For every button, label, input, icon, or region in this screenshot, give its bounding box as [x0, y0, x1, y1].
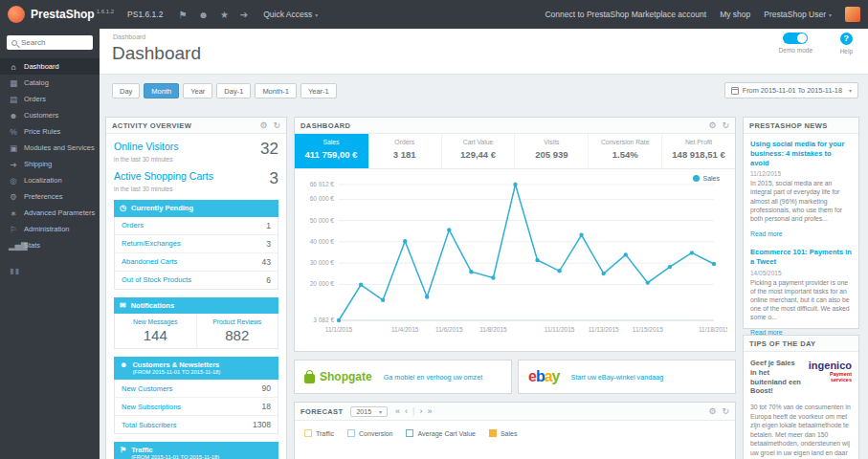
traffic-titles: Traffic(FROM 2015-11-01 TO 2015-11-18)	[131, 446, 219, 459]
refresh-icon[interactable]: ↻	[722, 406, 729, 416]
ebay-promo-link[interactable]: Start uw eBay-winkel vandaag	[571, 373, 664, 382]
kpi-net-profit[interactable]: Net Profit148 918,51 €	[662, 134, 735, 168]
forecast-legend-traffic[interactable]: Traffic	[304, 429, 334, 437]
pending-row-link[interactable]: Return/Exchanges	[122, 239, 181, 248]
news-article-title[interactable]: Using social media for your business: 4 …	[750, 140, 852, 167]
news-article-excerpt: Picking a payment provider is one of the…	[750, 278, 852, 322]
forecast-legend-sales[interactable]: Sales	[489, 429, 518, 437]
range-button-month-1[interactable]: Month-1	[255, 83, 297, 98]
date-range-picker[interactable]: From 2015-11-01 To 2015-11-18 ▾	[724, 82, 858, 98]
sidebar-item-orders[interactable]: ▤Orders	[0, 91, 100, 107]
range-button-day-1[interactable]: Day-1	[216, 83, 251, 98]
customers-row-link[interactable]: New Customers	[122, 384, 172, 393]
news-panel-title: PRESTASHOP NEWS	[749, 121, 828, 130]
sidebar-item-localization[interactable]: ◎Localization	[0, 172, 100, 188]
employee-icon[interactable]: ☻	[198, 10, 209, 20]
next-page-icon[interactable]: ›	[419, 406, 422, 416]
last-page-icon[interactable]: »	[427, 406, 432, 416]
kpi-visits[interactable]: Visits205 939	[515, 134, 589, 168]
shopgate-promo-link[interactable]: Ga mobiel en verhoog uw omzet	[384, 373, 482, 382]
date-range-buttons: Day Month Year Day-1 Month-1 Year-1	[112, 83, 337, 98]
sidebar-item-preferences[interactable]: ⚙Preferences	[0, 188, 100, 205]
forecast-legend-swatch	[304, 429, 312, 437]
kpi-conversion-rate[interactable]: Conversion Rate1.54%	[589, 134, 662, 168]
dashboard-panel-header: DASHBOARD ⚙ ↻	[295, 118, 735, 134]
range-button-year-1[interactable]: Year-1	[300, 83, 337, 98]
ingenico-logo: ingenico Payment services	[808, 359, 852, 396]
range-button-day[interactable]: Day	[112, 83, 140, 98]
demo-mode-toggle[interactable]	[783, 33, 808, 44]
help-button[interactable]: ?	[840, 33, 853, 45]
customers-row-value: 1308	[253, 420, 271, 429]
sidebar-collapse-icon[interactable]: ▮▮	[0, 253, 100, 275]
badge-icon[interactable]: ★	[220, 10, 229, 20]
pending-rows: Orders1 Return/Exchanges3 Abandoned Cart…	[114, 217, 278, 290]
refresh-icon[interactable]: ↻	[722, 120, 729, 130]
refresh-icon[interactable]: ↻	[273, 120, 280, 130]
sidebar-item-catalog[interactable]: ▦Catalog	[0, 75, 100, 91]
sidebar-item-modules[interactable]: ▣Modules and Services	[0, 140, 100, 156]
kpi-orders[interactable]: Orders3 181	[368, 134, 442, 168]
demo-mode-label: Demo mode	[779, 47, 812, 54]
quick-access-menu[interactable]: Quick Access▾	[263, 10, 318, 19]
kpi-sales[interactable]: Sales411 759,00 €	[295, 134, 368, 168]
sidebar-search[interactable]	[7, 35, 93, 50]
product-reviews-link[interactable]: Product Reviews	[199, 318, 277, 325]
forecast-panel-actions: ⚙ ↻	[708, 406, 729, 416]
new-messages-link[interactable]: New Messages	[117, 318, 194, 325]
active-carts-link[interactable]: Active Shopping Carts	[114, 170, 213, 182]
shop-icon[interactable]: ⚑	[178, 10, 187, 20]
gear-icon[interactable]: ⚙	[708, 120, 716, 130]
date-range-text: From 2015-11-01 To 2015-11-18	[743, 86, 842, 95]
tips-panel-title: TIPS OF THE DAY	[749, 339, 815, 348]
pending-row-link[interactable]: Orders	[122, 221, 144, 230]
pending-row-link[interactable]: Abandoned Carts	[122, 257, 177, 266]
shop-name: PS1.6.1.2	[127, 10, 163, 19]
tips-panel-header: TIPS OF THE DAY	[744, 336, 858, 352]
first-page-icon[interactable]: «	[395, 406, 400, 416]
online-visitors-link[interactable]: Online Visitors	[114, 141, 179, 152]
sidebar-item-price-rules[interactable]: %Price Rules	[0, 123, 100, 140]
range-button-month[interactable]: Month	[144, 83, 179, 98]
chart-legend[interactable]: Sales	[693, 175, 720, 182]
customers-newsletters-header: ☻ Customers & Newsletters(FROM 2015-11-0…	[114, 357, 278, 380]
sidebar-item-dashboard[interactable]: ⌂Dashboard	[0, 58, 100, 75]
kpi-label: Net Profit	[662, 139, 735, 145]
sidebar-item-advanced-parameters[interactable]: ∗Advanced Parameters	[0, 205, 100, 221]
forecast-legend-conversion[interactable]: Conversion	[347, 429, 392, 437]
sidebar-item-customers[interactable]: ☻Customers	[0, 107, 100, 123]
training-icon[interactable]: ➔	[240, 10, 248, 20]
forecast-panel: FORECAST 2015▾ « ‹ | › » ⚙ ↻ Traffic Con…	[294, 402, 736, 459]
sidebar-item-shipping[interactable]: ➔Shipping	[0, 156, 100, 172]
sidebar-item-administration[interactable]: ⚐Administration	[0, 221, 100, 237]
marketplace-link[interactable]: Connect to PrestaShop Marketplace accoun…	[545, 10, 706, 19]
forecast-year-select[interactable]: 2015▾	[350, 406, 388, 417]
gear-icon[interactable]: ⚙	[259, 120, 267, 130]
news-body: Using social media for your business: 4 …	[744, 134, 858, 359]
my-shop-link[interactable]: My shop	[720, 10, 750, 19]
breadcrumb[interactable]: Dashboard	[113, 33, 145, 40]
sidebar-item-stats[interactable]: ▂▅▇Stats	[0, 237, 100, 253]
news-article: Using social media for your business: 4 …	[750, 140, 852, 240]
search-input[interactable]	[21, 38, 86, 47]
catalog-icon: ▦	[9, 78, 18, 88]
forecast-legend-average-cart-value[interactable]: Average Cart Value	[406, 429, 475, 437]
forecast-legend-swatch	[489, 429, 497, 437]
pending-row-link[interactable]: Out of Stock Products	[122, 275, 191, 284]
kpi-cart-value[interactable]: Cart Value129,44 €	[442, 134, 516, 168]
read-more-link[interactable]: Read more	[750, 230, 783, 237]
prestashop-logo[interactable]	[8, 6, 25, 23]
customers-row-link[interactable]: New Subscriptions	[122, 403, 181, 411]
gear-icon[interactable]: ⚙	[708, 406, 716, 416]
customers-row-link[interactable]: Total Subscribers	[122, 421, 177, 429]
user-menu[interactable]: PrestaShop User▾	[764, 10, 832, 19]
forecast-legend-swatch	[406, 429, 413, 437]
sidebar-item-label: Shipping	[24, 160, 52, 168]
user-avatar[interactable]	[845, 7, 860, 22]
prev-page-icon[interactable]: ‹	[405, 406, 408, 416]
activity-panel-header: ACTIVITY OVERVIEW ⚙ ↻	[106, 118, 286, 134]
news-article-title[interactable]: Ecommerce 101: Payments in a Tweet	[750, 248, 852, 267]
svg-text:11/4/2015: 11/4/2015	[391, 326, 419, 333]
customers-newsletters-titles: Customers & Newsletters(FROM 2015-11-01 …	[132, 361, 220, 376]
range-button-year[interactable]: Year	[183, 83, 212, 98]
